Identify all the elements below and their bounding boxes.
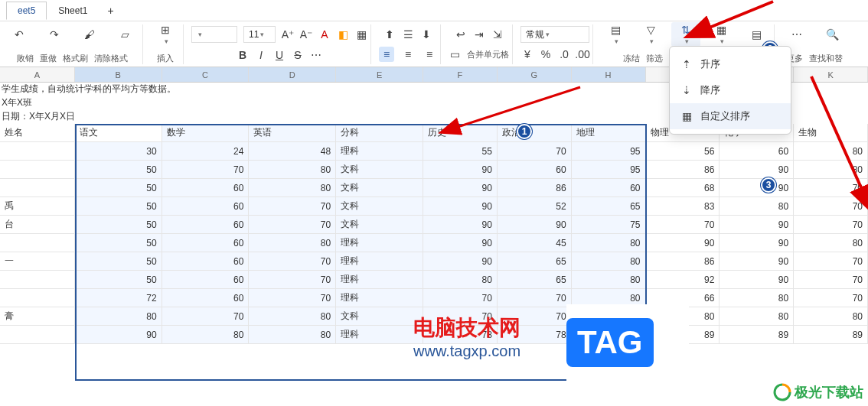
- row-label[interactable]: [0, 326, 75, 343]
- tab-add[interactable]: +: [99, 2, 122, 19]
- cell[interactable]: 86: [646, 161, 720, 178]
- cell[interactable]: 90: [720, 216, 794, 233]
- overflow-button[interactable]: ⇥: [473, 28, 485, 41]
- font-size-dec-button[interactable]: A⁻: [300, 28, 312, 41]
- col-header-E[interactable]: E: [336, 67, 423, 82]
- cell[interactable]: 70: [498, 289, 572, 307]
- font-name-select[interactable]: ▾: [191, 26, 237, 43]
- cell[interactable]: 80: [75, 307, 162, 325]
- cell[interactable]: 理科: [336, 289, 423, 307]
- format-painter-button[interactable]: 🖌: [75, 28, 104, 41]
- cell[interactable]: 80: [794, 234, 868, 252]
- cell[interactable]: 55: [423, 142, 498, 160]
- data-grid[interactable]: 姓名语文数学英语分科历史政治地理物理化学生物302448理科5570955660…: [0, 124, 868, 344]
- cell[interactable]: 80: [794, 307, 868, 325]
- cell[interactable]: 70: [794, 216, 868, 233]
- cell[interactable]: 文科: [336, 307, 423, 325]
- italic-button[interactable]: I: [255, 49, 267, 61]
- cell[interactable]: 60: [498, 161, 572, 178]
- col-header-K[interactable]: K: [794, 67, 868, 82]
- cell[interactable]: 80: [423, 271, 498, 288]
- cell[interactable]: 80: [720, 197, 794, 215]
- cell[interactable]: 50: [75, 271, 162, 288]
- redo-button[interactable]: ↷: [40, 28, 69, 41]
- cell[interactable]: 90: [423, 197, 498, 215]
- cond-format-button[interactable]: ▦▾: [706, 24, 736, 45]
- cell[interactable]: 56: [646, 142, 720, 160]
- cell[interactable]: 90: [423, 179, 498, 197]
- clear-format-button[interactable]: ▱: [110, 28, 139, 41]
- percent-button[interactable]: %: [540, 48, 552, 60]
- col-header-H[interactable]: H: [572, 67, 646, 82]
- cell[interactable]: 80: [249, 179, 336, 197]
- row-label[interactable]: [0, 271, 75, 288]
- cell[interactable]: 80: [572, 234, 646, 252]
- dec-inc-button[interactable]: .0: [558, 48, 570, 60]
- cell[interactable]: 50: [75, 216, 162, 233]
- align-right-button[interactable]: ≡: [422, 47, 437, 62]
- cell[interactable]: 文科: [336, 161, 423, 178]
- cell[interactable]: 70: [249, 252, 336, 270]
- row-label[interactable]: [0, 161, 75, 178]
- cell[interactable]: 60: [162, 234, 250, 252]
- cell[interactable]: 90: [423, 216, 498, 233]
- cell[interactable]: 95: [572, 142, 646, 160]
- cell[interactable]: 89: [794, 326, 868, 343]
- font-size-select[interactable]: 11▾: [243, 26, 276, 43]
- cell[interactable]: 文科: [336, 197, 423, 215]
- cell[interactable]: 50: [75, 161, 162, 178]
- cell[interactable]: 理科: [336, 252, 423, 270]
- font-size-inc-button[interactable]: A⁺: [282, 28, 294, 41]
- more-font-icon[interactable]: ⋯: [310, 49, 322, 61]
- cell[interactable]: 90: [720, 161, 794, 178]
- cell[interactable]: 80: [572, 271, 646, 288]
- dec-dec-button[interactable]: .00: [576, 48, 589, 60]
- cell[interactable]: 90: [423, 234, 498, 252]
- bold-button[interactable]: B: [237, 49, 249, 61]
- cell[interactable]: 90: [75, 326, 162, 343]
- align-left-button[interactable]: ≡: [379, 47, 394, 62]
- cell[interactable]: 65: [498, 252, 572, 270]
- cell[interactable]: 70: [646, 216, 720, 233]
- cell[interactable]: 70: [162, 307, 250, 325]
- cell[interactable]: 72: [75, 289, 162, 307]
- cell[interactable]: 文科: [336, 216, 423, 233]
- filter-button[interactable]: ▽▾: [636, 24, 665, 45]
- cell[interactable]: 70: [794, 252, 868, 270]
- more-button[interactable]: ⋯: [782, 28, 811, 41]
- cell[interactable]: 60: [162, 252, 250, 270]
- cell[interactable]: 80: [572, 252, 646, 270]
- name-header[interactable]: 姓名: [0, 124, 75, 141]
- strike-button[interactable]: S: [292, 49, 304, 61]
- row-label[interactable]: 禹: [0, 197, 75, 215]
- cell[interactable]: 24: [162, 142, 250, 160]
- cell[interactable]: 90: [423, 161, 498, 178]
- row-label[interactable]: [0, 289, 75, 307]
- cell[interactable]: 75: [572, 216, 646, 233]
- col-header-政治[interactable]: 政治: [498, 124, 572, 141]
- cell[interactable]: 90: [498, 216, 572, 233]
- cell[interactable]: 86: [646, 252, 720, 270]
- freeze-button[interactable]: ▤▾: [601, 24, 630, 45]
- cell[interactable]: 89: [720, 326, 794, 343]
- cell[interactable]: 80: [249, 234, 336, 252]
- cell[interactable]: 90: [720, 234, 794, 252]
- underline-button[interactable]: U: [273, 49, 286, 61]
- cell[interactable]: 文科: [336, 179, 423, 197]
- sort-desc-item[interactable]: ⇣降序: [670, 77, 791, 103]
- shrink-button[interactable]: ⇲: [491, 28, 504, 41]
- col-header-D[interactable]: D: [249, 67, 336, 82]
- number-format-select[interactable]: 常规▾: [520, 26, 589, 43]
- col-header-G[interactable]: G: [498, 67, 572, 82]
- cell[interactable]: 50: [75, 234, 162, 252]
- find-button[interactable]: 🔍: [817, 28, 847, 41]
- row-label[interactable]: 膏: [0, 307, 75, 325]
- merge-icon[interactable]: ▭: [449, 48, 461, 60]
- cell[interactable]: 60: [162, 271, 250, 288]
- cell[interactable]: 60: [162, 216, 250, 233]
- cell[interactable]: 70: [794, 197, 868, 215]
- col-header-地理[interactable]: 地理: [572, 124, 646, 141]
- cell[interactable]: 86: [498, 179, 572, 197]
- col-header-语文[interactable]: 语文: [75, 124, 162, 141]
- cell[interactable]: 52: [498, 197, 572, 215]
